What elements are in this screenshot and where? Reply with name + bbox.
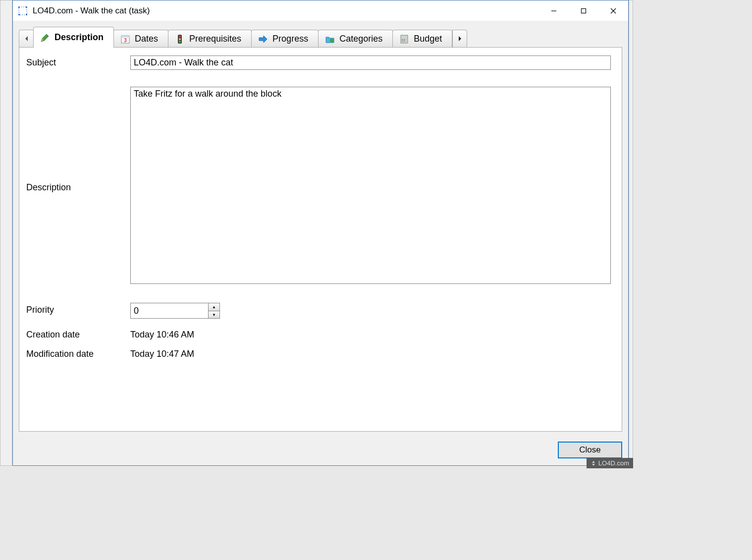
svg-point-18 — [179, 41, 181, 43]
pencil-icon — [40, 32, 51, 43]
svg-marker-9 — [25, 36, 28, 41]
modification-date-value: Today 10:47 AM — [130, 347, 611, 359]
window-title: LO4D.com - Walk the cat (task) — [33, 6, 539, 16]
row-creation-date: Creation date Today 10:46 AM — [26, 328, 611, 340]
close-button[interactable]: Close — [558, 442, 622, 458]
traffic-light-icon — [174, 34, 185, 45]
svg-marker-26 — [459, 36, 461, 41]
svg-point-16 — [179, 36, 181, 38]
subject-input[interactable] — [130, 56, 611, 70]
calculator-icon — [399, 34, 410, 45]
background-window-fragment — [0, 0, 12, 466]
description-textarea[interactable] — [130, 87, 611, 284]
svg-marker-28 — [592, 464, 595, 466]
window-controls — [539, 0, 628, 21]
svg-point-19 — [330, 39, 334, 43]
svg-text:3: 3 — [124, 38, 127, 43]
tab-scroll-right[interactable] — [452, 30, 467, 48]
tab-progress[interactable]: Progress — [251, 30, 319, 48]
tab-label: Progress — [272, 34, 308, 44]
minimize-button[interactable] — [539, 0, 569, 21]
arrow-right-icon — [258, 34, 269, 45]
row-priority: Priority ▲ ▼ — [26, 303, 611, 319]
label-modification-date: Modification date — [26, 347, 130, 359]
label-priority: Priority — [26, 303, 130, 319]
tab-categories[interactable]: Categories — [318, 30, 393, 48]
caret-down-icon: ▼ — [212, 313, 216, 317]
tab-description[interactable]: Description — [33, 27, 114, 48]
svg-rect-2 — [26, 6, 27, 8]
updown-icon — [591, 460, 596, 466]
watermark-text: LO4D.com — [598, 459, 629, 467]
svg-rect-22 — [402, 39, 403, 40]
row-modification-date: Modification date Today 10:47 AM — [26, 347, 611, 359]
task-editor-window: LO4D.com - Walk the cat (task) Descripti — [12, 0, 629, 466]
priority-increment[interactable]: ▲ — [209, 303, 219, 311]
dialog-body: Description 3 Dates Prerequisites Progre… — [13, 21, 628, 438]
svg-rect-1 — [18, 6, 20, 8]
caret-up-icon: ▲ — [212, 305, 216, 309]
priority-input[interactable] — [130, 303, 209, 319]
site-watermark: LO4D.com — [587, 458, 633, 468]
tab-bar: Description 3 Dates Prerequisites Progre… — [19, 27, 622, 48]
app-icon — [18, 6, 28, 16]
label-creation-date: Creation date — [26, 328, 130, 340]
tab-scroll-left[interactable] — [19, 30, 34, 48]
minimize-icon — [551, 8, 557, 14]
close-icon — [610, 8, 616, 14]
close-window-button[interactable] — [598, 0, 628, 21]
calendar-icon: 3 — [120, 34, 131, 45]
chevron-left-icon — [24, 36, 29, 42]
label-subject: Subject — [26, 56, 130, 70]
tab-prerequisites[interactable]: Prerequisites — [168, 30, 252, 48]
maximize-icon — [581, 8, 587, 14]
tab-dates[interactable]: 3 Dates — [113, 30, 168, 48]
row-description: Description — [26, 87, 611, 286]
svg-rect-6 — [582, 8, 586, 13]
svg-marker-27 — [592, 461, 595, 463]
tab-label: Categories — [339, 34, 382, 44]
svg-rect-4 — [26, 14, 27, 15]
tab-budget[interactable]: Budget — [392, 30, 452, 48]
tab-label: Prerequisites — [189, 34, 241, 44]
svg-rect-0 — [19, 7, 27, 15]
dialog-footer: Close — [13, 438, 628, 465]
maximize-button[interactable] — [569, 0, 598, 21]
svg-rect-25 — [404, 41, 405, 42]
folder-icon — [324, 34, 335, 45]
chevron-right-icon — [458, 36, 462, 42]
svg-point-17 — [179, 38, 181, 40]
priority-spinner: ▲ ▼ — [130, 303, 611, 319]
svg-rect-3 — [18, 14, 20, 15]
creation-date-value: Today 10:46 AM — [130, 328, 611, 340]
titlebar[interactable]: LO4D.com - Walk the cat (task) — [13, 0, 628, 21]
tab-panel-description: Subject Description Priority ▲ — [19, 47, 622, 432]
tab-label: Budget — [414, 34, 442, 44]
tab-label: Dates — [135, 34, 158, 44]
label-description: Description — [26, 87, 130, 286]
svg-rect-24 — [402, 41, 403, 42]
priority-decrement[interactable]: ▼ — [209, 311, 219, 318]
svg-rect-23 — [404, 39, 405, 40]
svg-rect-21 — [402, 36, 407, 38]
row-subject: Subject — [26, 56, 611, 70]
tab-label: Description — [54, 32, 104, 43]
background-window-fragment — [629, 0, 633, 466]
